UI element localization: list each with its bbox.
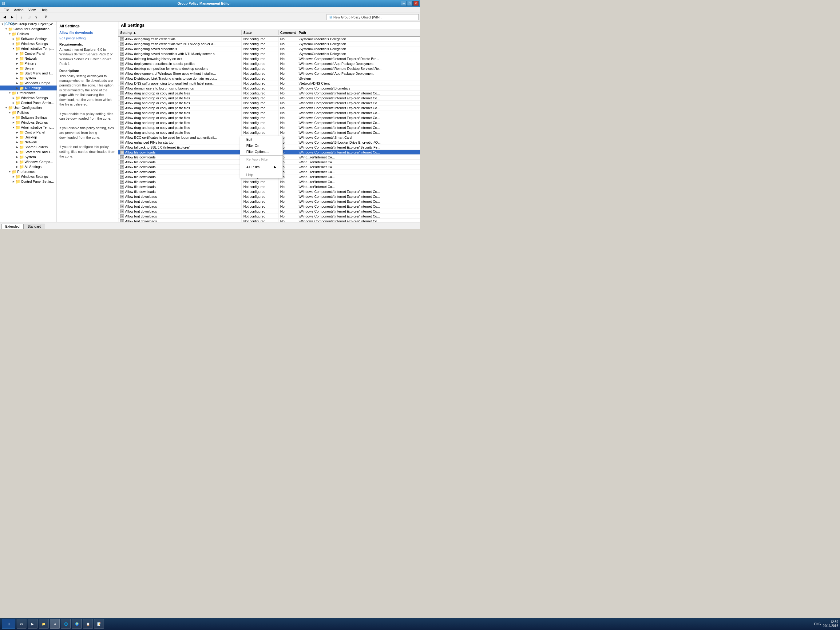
table-row[interactable]: ≡Allow drag and drop or copy and paste f… [118, 96, 420, 101]
table-row[interactable]: ≡Allow delegating saved credentialsNot c… [118, 46, 420, 51]
table-row[interactable]: ≡Allow font downloadsNot configuredNo\Wi… [118, 214, 420, 219]
menu-view[interactable]: View [26, 8, 38, 12]
table-row[interactable]: ≡Allow font downloadsNot configuredNo\Wi… [118, 209, 420, 214]
tree-item-server[interactable]: ▶📁Server [0, 66, 57, 71]
table-row[interactable]: ≡Allow drag and drop or copy and paste f… [118, 130, 420, 135]
menu-action[interactable]: Action [12, 8, 26, 12]
cell-path: \Wind...rer\Internet Co... [297, 174, 420, 179]
show-hide-button[interactable]: ⊞ [25, 14, 32, 21]
tree-item-user-system[interactable]: ▶📁System [0, 154, 57, 159]
tree-item-user-pref-win[interactable]: ▶📁Windows Settings [0, 174, 57, 179]
tree-item-comp-config[interactable]: ▼📁Computer Configuration [0, 27, 57, 32]
tree-item-user-pref-cp[interactable]: ▶📁Control Panel Settin... [0, 179, 57, 184]
tree-item-user-policies[interactable]: ▼📁Policies [0, 110, 57, 115]
col-setting[interactable]: Setting ▲ [118, 30, 242, 35]
tree-item-user-config[interactable]: ▼📁User Configuration [0, 105, 57, 110]
tree-item-admin-tmpl[interactable]: ▼📁Administrative Temp... [0, 46, 57, 51]
filter-button[interactable]: ⊽ [43, 14, 49, 21]
back-button[interactable]: ◀ [1, 14, 8, 21]
tree-item-preferences[interactable]: ▼📁Preferences [0, 90, 57, 95]
tree-item-start-menu[interactable]: ▶📁Start Menu and T... [0, 71, 57, 76]
tree-item-policies[interactable]: ▼📁Policies [0, 32, 57, 36]
table-row[interactable]: ≡Allow drag and drop or copy and paste f… [118, 106, 420, 111]
cell-comment: No [279, 194, 297, 199]
table-row[interactable]: ≡Allow deployment operations in special … [118, 61, 420, 66]
folder-icon: 📁 [8, 106, 13, 110]
table-row[interactable]: ≡Allow font downloadsNot configuredNo\Wi… [118, 204, 420, 209]
ctx-edit[interactable]: Edit [240, 136, 283, 142]
tree-label: Start Menu and T... [25, 71, 53, 75]
menu-file[interactable]: File [1, 8, 12, 12]
table-row[interactable]: ≡Allow drag and drop or copy and paste f… [118, 101, 420, 106]
tree-item-user-shared[interactable]: ▶📁Shared Folders [0, 144, 57, 149]
menu-help[interactable]: Help [38, 8, 50, 12]
tree-item-user-prefs[interactable]: ▼📁Preferences [0, 169, 57, 174]
tree-item-user-start[interactable]: ▶📁Start Menu and T... [0, 149, 57, 154]
table-row[interactable]: ≡Allow delegating saved credentials with… [118, 51, 420, 56]
table-row[interactable]: ≡Allow DNS suffix appending to unqualifi… [118, 81, 420, 86]
table-row[interactable]: ≡Allow drag and drop or copy and paste f… [118, 120, 420, 125]
tree-item-user-sw[interactable]: ▶📁Software Settings [0, 115, 57, 120]
table-row[interactable]: ≡Allow font downloadsNot configuredNo\Wi… [118, 219, 420, 222]
table-row[interactable]: ≡Allow drag and drop or copy and paste f… [118, 125, 420, 130]
table-row[interactable]: ≡Allow file downloadsNot configuredNo\Wi… [118, 179, 420, 184]
table-row[interactable]: ≡Allow drag and drop or copy and paste f… [118, 116, 420, 120]
tree-item-user-desktop[interactable]: ▶📁Desktop [0, 135, 57, 140]
ctx-sep-3 [240, 171, 283, 171]
tree-item-user-network[interactable]: ▶📁Network [0, 140, 57, 144]
tree-item-user-admin[interactable]: ▼📁Administrative Temp... [0, 125, 57, 130]
tree-item-gpo[interactable]: ▼[GPO]New Group Policy Object [WIN... [0, 22, 57, 27]
table-row[interactable]: ≡Allow drag and drop or copy and paste f… [118, 91, 420, 96]
table-row[interactable]: ≡Allow deleting browsing history on exit… [118, 56, 420, 61]
tree-item-pref-cp[interactable]: ▶📁Control Panel Settin... [0, 100, 57, 105]
ctx-all-tasks[interactable]: All Tasks ▶ [240, 164, 283, 170]
tree-item-user-cp[interactable]: ▶📁Control Panel [0, 130, 57, 135]
tree-item-user-wincomp[interactable]: ▶📁Windows Compo... [0, 159, 57, 164]
breadcrumb-text: New Group Policy Object [WIN... [333, 15, 382, 19]
detail-panel: All Settings Allow file downloads Edit p… [57, 22, 118, 222]
tree-item-all-settings[interactable]: ▶📁All Settings [0, 85, 57, 90]
minimize-button[interactable]: ─ [401, 1, 406, 6]
table-row[interactable]: ≡Allow desktop composition for remote de… [118, 66, 420, 71]
col-state[interactable]: State [242, 30, 279, 35]
table-row[interactable]: ≡Allow domain users to log on using biom… [118, 86, 420, 91]
col-path[interactable]: Path [297, 30, 420, 35]
policy-icon: ≡ [120, 121, 124, 125]
table-row[interactable]: ≡Allow file downloadsNot configuredNo\Wi… [118, 189, 420, 194]
cell-path: \System [297, 76, 420, 81]
ctx-help[interactable]: Help [240, 172, 283, 178]
tree-item-network[interactable]: ▶📁Network [0, 56, 57, 61]
cell-setting: ≡Allow font downloads [118, 209, 242, 214]
ctx-filter-on[interactable]: Filter On [240, 142, 283, 149]
table-row[interactable]: ≡Allow delegating fresh credentials with… [118, 41, 420, 46]
tree-item-control-panel[interactable]: ▶📁Control Panel [0, 51, 57, 56]
close-button[interactable]: ✕ [413, 1, 419, 6]
tree-item-printers[interactable]: ▶📁Printers [0, 61, 57, 66]
tree-item-win-compo[interactable]: ▶📁Windows Compo... [0, 81, 57, 85]
tree-item-system[interactable]: ▶📁System [0, 76, 57, 81]
table-row[interactable]: ≡Allow drag and drop or copy and paste f… [118, 111, 420, 116]
tree-item-win-settings[interactable]: ▶📁Windows Settings [0, 41, 57, 46]
cell-state: Not configured [242, 179, 279, 184]
maximize-button[interactable]: □ [407, 1, 413, 6]
tree-item-user-win[interactable]: ▶📁Windows Settings [0, 120, 57, 125]
col-comment[interactable]: Comment [279, 30, 297, 35]
table-row[interactable]: ≡Allow delegating fresh credentialsNot c… [118, 36, 420, 41]
settings-panel: All Settings Setting ▲ State Comment Pat… [118, 22, 420, 222]
up-button[interactable]: ↑ [18, 14, 25, 21]
tab-standard[interactable]: Standard [24, 224, 45, 229]
ctx-filter-options[interactable]: Filter Options... [240, 149, 283, 155]
help-button[interactable]: ? [33, 14, 39, 21]
edit-policy-link[interactable]: Edit policy setting [59, 36, 86, 40]
tree-item-sw-settings[interactable]: ▶📁Software Settings [0, 36, 57, 41]
table-row[interactable]: ≡Allow Distributed Link Tracking clients… [118, 76, 420, 81]
table-row[interactable]: ≡Allow font downloadsNot configuredNo\Wi… [118, 199, 420, 204]
tree-item-user-all[interactable]: ▶📁All Settings [0, 164, 57, 169]
expand-icon: ▶ [15, 86, 19, 90]
tab-extended[interactable]: Extended [1, 224, 24, 229]
table-row[interactable]: ≡Allow file downloadsNot configuredNo\Wi… [118, 184, 420, 189]
table-row[interactable]: ≡Allow font downloadsNot configuredNo\Wi… [118, 194, 420, 199]
tree-item-pref-win-settings[interactable]: ▶📁Windows Settings [0, 95, 57, 100]
forward-button[interactable]: ▶ [9, 14, 15, 21]
table-row[interactable]: ≡Allow development of Windows Store apps… [118, 71, 420, 76]
